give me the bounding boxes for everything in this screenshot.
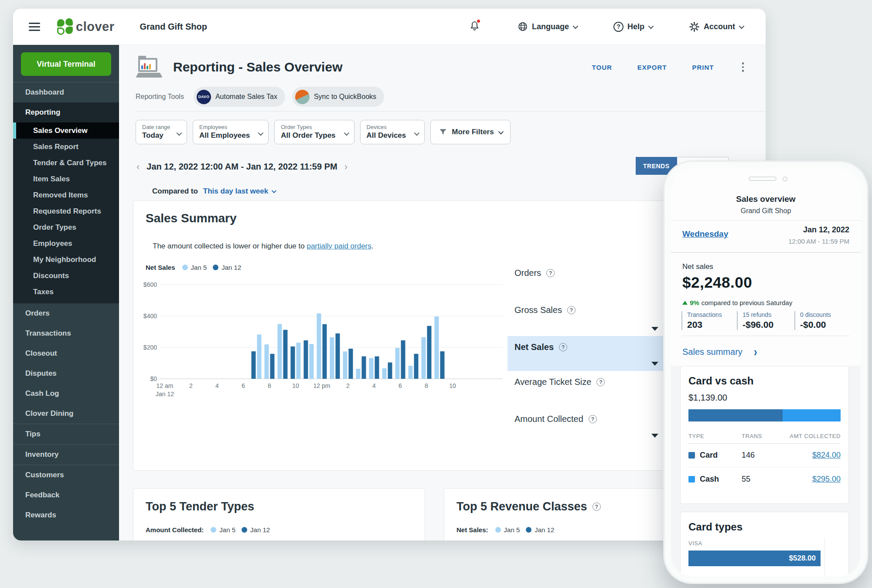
expand-caret-icon[interactable] bbox=[651, 434, 658, 438]
legend-title: Net Sales bbox=[146, 264, 175, 271]
legend-dot bbox=[213, 265, 218, 270]
sidebar-item-taxes[interactable]: Taxes bbox=[13, 284, 119, 300]
sync-quickbooks-pill[interactable]: Sync to QuickBooks bbox=[292, 87, 384, 107]
next-date-chevron[interactable]: › bbox=[344, 162, 347, 172]
sidebar-item-reporting[interactable]: Reporting bbox=[13, 102, 119, 122]
sidebar-item-tips[interactable]: Tips bbox=[13, 424, 119, 444]
svg-text:10: 10 bbox=[292, 382, 299, 389]
table-row-card: Card146$824.00 bbox=[688, 444, 841, 467]
sidebar-item-tender-card-types[interactable]: Tender & Card Types bbox=[13, 155, 119, 171]
chevron-down-icon bbox=[648, 23, 654, 29]
sidebar-item-orders[interactable]: Orders bbox=[13, 303, 119, 323]
row-amount-link[interactable]: $295.00 bbox=[789, 475, 841, 484]
gridline bbox=[824, 538, 825, 576]
metric-label: Average Ticket Size? bbox=[514, 377, 605, 387]
help-icon[interactable]: ? bbox=[596, 378, 605, 386]
legend-items: Jan 5Jan 12 bbox=[211, 526, 276, 534]
cash-bar-segment bbox=[783, 409, 841, 421]
sidebar-item-clover-dining[interactable]: Clover Dining bbox=[13, 404, 119, 424]
page-header: Reporting - Sales Overview TOUREXPORTPRI… bbox=[136, 56, 746, 78]
sidebar-item-closeout[interactable]: Closeout bbox=[13, 343, 119, 364]
expand-caret-icon[interactable] bbox=[651, 327, 658, 331]
sales-summary-subtitle: The amount collected is lower or higher … bbox=[153, 242, 374, 251]
sidebar-item-order-types[interactable]: Order Types bbox=[13, 219, 119, 235]
sidebar-item-disputes[interactable]: Disputes bbox=[13, 364, 119, 384]
help-icon[interactable]: ? bbox=[589, 415, 597, 423]
net-sales-value: $2,248.00 bbox=[682, 274, 752, 291]
sidebar-item-transactions[interactable]: Transactions bbox=[13, 323, 119, 343]
sidebar-item-customers[interactable]: Customers bbox=[13, 465, 119, 485]
phone-time-range: 12:00 AM - 11:59 PM bbox=[788, 238, 849, 245]
sidebar-item-requested-reports[interactable]: Requested Reports bbox=[13, 203, 119, 219]
chevron-down-icon bbox=[573, 23, 579, 29]
filter-employees[interactable]: EmployeesAll Employees bbox=[193, 120, 269, 144]
partially-paid-orders-link[interactable]: partially paid orders bbox=[307, 242, 371, 250]
sidebar-item-inventory[interactable]: Inventory bbox=[13, 445, 119, 465]
store-name: Grand Gift Shop bbox=[140, 22, 207, 32]
hamburger-menu-icon[interactable] bbox=[29, 23, 40, 31]
print-button[interactable]: PRINT bbox=[692, 64, 714, 71]
svg-text:6: 6 bbox=[242, 382, 245, 389]
sidebar-item-discounts[interactable]: Discounts bbox=[13, 268, 119, 284]
sidebar: Virtual Terminal DashboardReportingSales… bbox=[13, 45, 119, 540]
card-vs-cash-title: Card vs cash bbox=[688, 375, 841, 387]
sidebar-item-employees[interactable]: Employees bbox=[13, 235, 119, 252]
card-title-text: Top 5 Revenue Classes bbox=[456, 500, 587, 513]
header-actions: TOUREXPORTPRINT bbox=[592, 61, 746, 73]
stat-value: -$0.00 bbox=[800, 319, 851, 330]
tender-types-legend: Amount Collected: Jan 5Jan 12 bbox=[146, 526, 276, 534]
page-title: Reporting - Sales Overview bbox=[173, 60, 342, 75]
sidebar-item-dashboard[interactable]: Dashboard bbox=[13, 82, 119, 102]
export-button[interactable]: EXPORT bbox=[637, 64, 667, 71]
filter-label: Date range bbox=[142, 124, 180, 130]
card-title-text: Top 5 Tender Types bbox=[146, 500, 254, 513]
weekday-link[interactable]: Wednesday bbox=[682, 229, 728, 239]
compare-period-dropdown[interactable]: This day last week bbox=[203, 187, 275, 196]
divider bbox=[682, 336, 849, 336]
help-icon[interactable]: ? bbox=[593, 503, 601, 511]
help-icon[interactable]: ? bbox=[546, 269, 555, 277]
filter-devices[interactable]: DevicesAll Devices bbox=[360, 120, 425, 144]
row-type: Card bbox=[700, 451, 742, 460]
svg-text:12 pm: 12 pm bbox=[313, 382, 330, 389]
sales-summary-link[interactable]: Sales summary › bbox=[682, 346, 757, 358]
prev-date-chevron[interactable]: ‹ bbox=[136, 162, 140, 172]
svg-text:4: 4 bbox=[372, 382, 376, 389]
filter-order-types[interactable]: Order TypesAll Order Types bbox=[274, 120, 354, 144]
language-menu[interactable]: Language bbox=[518, 21, 577, 32]
sidebar-item-sales-overview[interactable]: Sales Overview bbox=[13, 122, 119, 139]
notifications-button[interactable] bbox=[469, 20, 480, 33]
help-menu[interactable]: ? Help bbox=[613, 22, 652, 32]
filter-value: All Devices bbox=[367, 131, 418, 140]
stat-15-refunds: 15 refunds-$96.00 bbox=[737, 311, 794, 330]
help-icon[interactable]: ? bbox=[567, 306, 576, 314]
legend-label: Jan 5 bbox=[504, 526, 520, 534]
sidebar-item-my-neighborhood[interactable]: My Neighborhood bbox=[13, 252, 119, 268]
sidebar-item-sales-report[interactable]: Sales Report bbox=[13, 139, 119, 155]
subtitle-suffix: . bbox=[371, 242, 374, 250]
clover-logo[interactable]: clover bbox=[57, 18, 114, 35]
help-icon[interactable]: ? bbox=[559, 343, 567, 351]
filter-date-range[interactable]: Date rangeToday bbox=[136, 120, 187, 144]
sidebar-item-cash-log[interactable]: Cash Log bbox=[13, 384, 119, 404]
divider bbox=[136, 111, 766, 112]
row-amount-link[interactable]: $824.00 bbox=[789, 451, 841, 460]
reporting-tools-row: Reporting Tools DAVO Automate Sales Tax … bbox=[136, 87, 391, 107]
legend-dot bbox=[182, 265, 188, 270]
expand-caret-icon[interactable] bbox=[651, 362, 658, 366]
row-type: Cash bbox=[700, 475, 742, 484]
virtual-terminal-button[interactable]: Virtual Terminal bbox=[21, 52, 111, 76]
automate-sales-tax-pill[interactable]: DAVO Automate Sales Tax bbox=[194, 87, 285, 107]
cash-swatch-icon bbox=[688, 476, 695, 483]
gear-icon bbox=[689, 21, 700, 32]
sidebar-item-removed-items[interactable]: Removed Items bbox=[13, 187, 119, 203]
tour-button[interactable]: TOUR bbox=[592, 64, 612, 71]
sidebar-item-rewards[interactable]: Rewards bbox=[13, 505, 119, 525]
sidebar-item-item-sales[interactable]: Item Sales bbox=[13, 171, 119, 187]
reporting-tools-label: Reporting Tools bbox=[136, 93, 184, 101]
sidebar-item-feedback[interactable]: Feedback bbox=[13, 485, 119, 505]
kebab-menu-button[interactable] bbox=[739, 61, 747, 73]
more-filters-button[interactable]: More Filters bbox=[430, 120, 510, 144]
account-menu[interactable]: Account bbox=[689, 21, 743, 32]
sidebar-group-reporting: ReportingSales OverviewSales ReportTende… bbox=[13, 102, 119, 303]
